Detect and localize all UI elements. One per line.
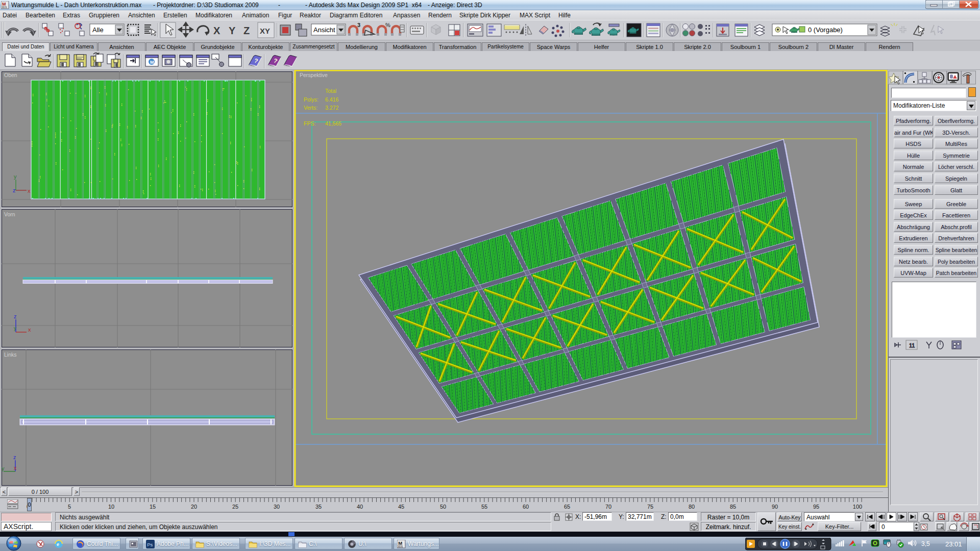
- svg-text:x: x: [28, 188, 31, 194]
- svg-text:z: z: [14, 313, 17, 319]
- svg-text:M: M: [150, 60, 154, 65]
- svg-text:Ps: Ps: [147, 542, 153, 547]
- svg-text:e: e: [57, 541, 59, 547]
- svg-text:3: 3: [357, 22, 360, 28]
- svg-text:Ansicht: Ansicht: [313, 26, 335, 34]
- svg-text:11: 11: [909, 342, 915, 348]
- svg-text:XY: XY: [260, 27, 270, 35]
- svg-text:z: z: [13, 454, 16, 460]
- svg-text:x: x: [14, 465, 17, 471]
- svg-text:y: y: [14, 325, 16, 331]
- svg-text:3DS: 3DS: [398, 545, 403, 548]
- svg-text:Alle: Alle: [92, 26, 104, 34]
- svg-text:%: %: [385, 22, 390, 28]
- svg-text:z: z: [13, 187, 16, 193]
- svg-text:y: y: [14, 173, 17, 180]
- svg-text:3DS: 3DS: [2, 6, 7, 9]
- svg-text:y: y: [2, 465, 5, 471]
- svg-text:0 (Vorgabe): 0 (Vorgabe): [808, 26, 843, 34]
- svg-text:X: X: [213, 25, 220, 36]
- svg-text:Y: Y: [229, 25, 236, 36]
- svg-text:Z: Z: [243, 25, 250, 36]
- svg-text:x: x: [28, 327, 31, 333]
